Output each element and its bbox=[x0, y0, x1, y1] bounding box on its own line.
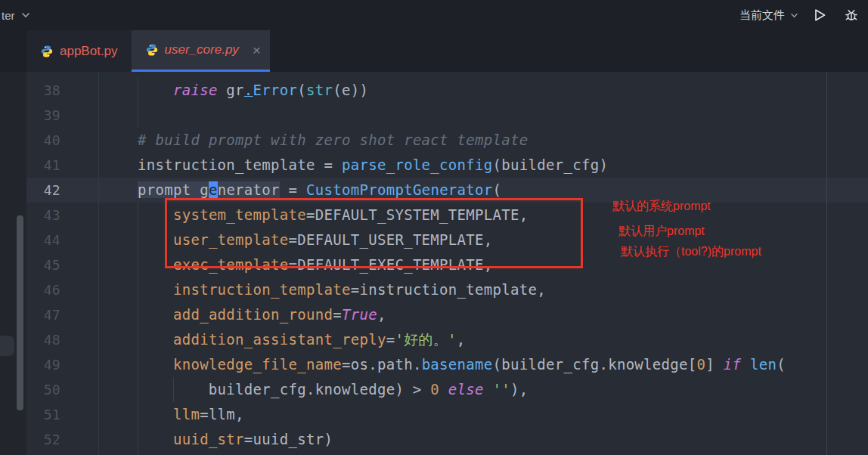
code-line[interactable]: 47 add_addition_round=True, bbox=[26, 302, 868, 327]
chevron-down-icon bbox=[790, 13, 798, 18]
code-text: raise gr.Error(str(e)) bbox=[98, 78, 368, 103]
indent-guide bbox=[138, 78, 138, 128]
code-line[interactable]: 46 instruction_template=instruction_temp… bbox=[26, 277, 868, 302]
ide-window: ter 当前文件 bbox=[0, 0, 868, 455]
indent-guide bbox=[138, 203, 138, 455]
code-line[interactable]: 41 instruction_template = parse_role_con… bbox=[26, 153, 868, 178]
code-line[interactable]: 50 builder_cfg.knowledge) > 0 else ''), bbox=[26, 377, 868, 402]
tab-label: user_core.py bbox=[165, 42, 239, 57]
code-line[interactable]: 51 llm=llm, bbox=[26, 402, 868, 427]
code-line[interactable]: 52 uuid_str=uuid_str) bbox=[26, 427, 868, 452]
main-toolbar: ter 当前文件 bbox=[0, 0, 868, 30]
line-number[interactable]: 49 bbox=[26, 352, 98, 377]
chevron-down-icon bbox=[21, 12, 30, 18]
tab-appbot-py[interactable]: appBot.py bbox=[26, 30, 132, 72]
code-text: addition_assistant_reply='好的。', bbox=[98, 327, 466, 352]
line-number[interactable]: 44 bbox=[26, 228, 98, 252]
python-file-icon bbox=[40, 45, 54, 58]
line-number[interactable]: 46 bbox=[26, 277, 98, 302]
line-number[interactable]: 47 bbox=[26, 302, 98, 327]
line-number[interactable]: 38 bbox=[26, 78, 98, 103]
left-scrollbar-thumb[interactable] bbox=[17, 215, 23, 410]
line-number[interactable]: 39 bbox=[26, 103, 98, 128]
line-number[interactable]: 52 bbox=[26, 427, 98, 452]
code-line[interactable]: 39 bbox=[26, 103, 868, 128]
code-text: uuid_str=uuid_str) bbox=[98, 427, 333, 452]
code-text: builder_cfg.knowledge) > 0 else ''), bbox=[98, 377, 529, 402]
tab-user-core-py[interactable]: user_core.py × bbox=[132, 30, 270, 72]
code-text: instruction_template=instruction_templat… bbox=[98, 277, 546, 302]
run-button[interactable] bbox=[809, 5, 830, 26]
code-line[interactable]: 48 addition_assistant_reply='好的。', bbox=[26, 327, 868, 352]
python-file-icon bbox=[145, 43, 159, 57]
code-line[interactable]: 49 knowledge_file_name=os.path.basename(… bbox=[26, 352, 868, 377]
code-text: instruction_template = parse_role_config… bbox=[98, 153, 608, 178]
line-number[interactable]: 45 bbox=[26, 252, 98, 277]
annotation-note: 默认执行（tool?)的prompt bbox=[621, 244, 761, 260]
line-number[interactable]: 43 bbox=[26, 203, 98, 228]
right-margin-guide bbox=[826, 72, 827, 455]
project-selector[interactable]: ter bbox=[0, 9, 30, 22]
line-number[interactable]: 51 bbox=[26, 402, 98, 427]
code-text: # build prompt with zero shot react temp… bbox=[98, 128, 528, 153]
project-selector-label: ter bbox=[2, 9, 15, 22]
close-icon[interactable]: × bbox=[253, 43, 261, 57]
collapsed-tool-window-handle[interactable] bbox=[0, 336, 14, 356]
run-configuration-label: 当前文件 bbox=[739, 8, 785, 23]
editor-tab-bar: appBot.py user_core.py × bbox=[0, 30, 868, 72]
bug-icon bbox=[844, 8, 859, 23]
code-line[interactable]: 40 # build prompt with zero shot react t… bbox=[26, 128, 868, 153]
tabbar-spacer bbox=[0, 30, 26, 72]
run-configuration-selector[interactable]: 当前文件 bbox=[739, 8, 798, 23]
tab-label: appBot.py bbox=[60, 44, 118, 59]
gutter-divider bbox=[98, 72, 99, 455]
line-number[interactable]: 50 bbox=[26, 377, 98, 402]
play-icon bbox=[812, 8, 827, 23]
code-text: add_addition_round=True, bbox=[98, 302, 386, 327]
line-number[interactable]: 42 bbox=[26, 178, 98, 203]
annotation-highlight-box bbox=[165, 198, 583, 268]
indent-guide bbox=[173, 377, 174, 402]
line-number[interactable]: 48 bbox=[26, 327, 98, 352]
line-number[interactable]: 40 bbox=[26, 128, 98, 153]
code-text: knowledge_file_name=os.path.basename(bui… bbox=[98, 352, 786, 377]
code-text: llm=llm, bbox=[98, 402, 244, 427]
code-line[interactable]: 38 raise gr.Error(str(e)) bbox=[26, 78, 868, 103]
line-number[interactable]: 41 bbox=[26, 153, 98, 178]
annotation-note: 默认用户prompt bbox=[618, 224, 705, 240]
debug-button[interactable] bbox=[841, 5, 862, 26]
annotation-note: 默认的系统prompt bbox=[612, 199, 711, 215]
